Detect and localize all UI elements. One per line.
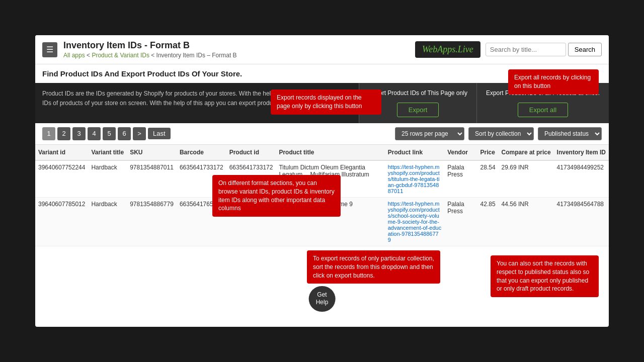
top-bar: ☰ Inventory Item IDs - Format B All apps… (35, 35, 609, 64)
table-header-row: Variant id Variant title SKU Barcode Pro… (35, 145, 609, 160)
col-barcode: Barcode (177, 145, 226, 160)
app-container: ☰ Inventory Item IDs - Format B All apps… (35, 35, 609, 327)
page-3-button[interactable]: 3 (72, 127, 86, 140)
search-area: Search (486, 43, 602, 56)
export-all-button[interactable]: Export all (518, 103, 568, 117)
page-6-button[interactable]: 6 (118, 127, 131, 140)
published-status-select[interactable]: Published status Published Draft (538, 127, 602, 140)
title-breadcrumb: Inventory Item IDs - Format B All apps <… (63, 40, 237, 59)
page-5-button[interactable]: 5 (103, 127, 116, 140)
export-page-button[interactable]: Export (397, 103, 439, 117)
col-product-title: Product title (276, 145, 384, 160)
pagination-controls: 25 rows per page 50 rows per page 100 ro… (395, 127, 602, 140)
collection-sort-select[interactable]: Sort by collection Collection A Collecti… (468, 127, 534, 140)
col-inventory-item-id: Inventory Item ID (554, 145, 609, 160)
page-next-button[interactable]: > (133, 127, 146, 140)
col-variant-id: Variant id (35, 145, 88, 160)
logo-text: WebApps.Live (422, 44, 473, 54)
search-button[interactable]: Search (568, 43, 602, 56)
rows-per-page-select[interactable]: 25 rows per page 50 rows per page 100 ro… (395, 127, 464, 140)
tooltip-export-all: Export all records by clicking on this b… (508, 69, 599, 95)
tooltip-export-page: Export records displayed on the page onl… (271, 89, 381, 115)
breadcrumb-product-variant[interactable]: Product & Variant IDs (92, 52, 149, 59)
tooltip-published: You can also sort the records with respe… (491, 255, 599, 297)
page-last-button[interactable]: Last (148, 128, 171, 139)
tooltip-formats: On different format sections, you can br… (212, 175, 341, 217)
breadcrumb-all-apps[interactable]: All apps (63, 52, 85, 59)
col-product-id: Product id (226, 145, 276, 160)
header-right: WebApps.Live Search (415, 41, 602, 58)
col-variant-title: Variant title (88, 145, 127, 160)
get-help-button[interactable]: Get Help (309, 286, 336, 312)
page-2-button[interactable]: 2 (57, 127, 70, 140)
page-4-button[interactable]: 4 (88, 127, 101, 140)
search-input[interactable] (486, 43, 566, 56)
page-1-button[interactable]: 1 (42, 127, 55, 140)
tooltip-collection: To export records of only particular col… (307, 250, 440, 284)
logo: WebApps.Live (415, 41, 480, 58)
get-help-line2: Help (316, 299, 329, 306)
col-product-link: Product link (385, 145, 445, 160)
pagination-bar: 1 2 3 4 5 6 > Last 25 rows per page 50 r… (35, 123, 609, 145)
get-help-line1: Get (317, 291, 327, 298)
breadcrumb: All apps < Product & Variant IDs < Inven… (63, 52, 237, 59)
hamburger-icon: ☰ (46, 45, 53, 54)
breadcrumb-current: Inventory Item IDs – Format B (156, 52, 237, 59)
col-compare-price: Compare at price (499, 145, 554, 160)
col-vendor: Vendor (444, 145, 477, 160)
col-price: Price (477, 145, 499, 160)
col-sku: SKU (127, 145, 177, 160)
export-page-title: Export Product IDs of This Page only (368, 89, 467, 98)
hamburger-button[interactable]: ☰ (42, 42, 57, 57)
page-title: Inventory Item IDs - Format B (63, 40, 237, 51)
